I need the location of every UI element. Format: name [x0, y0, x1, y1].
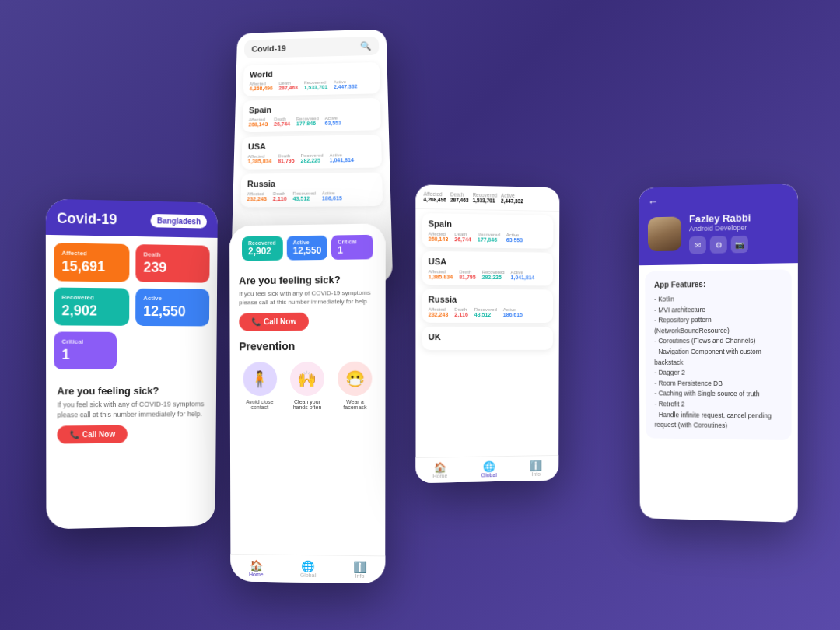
- call-now-button-2[interactable]: 📞 Call Now: [239, 313, 309, 331]
- death-card: Death 239: [135, 244, 209, 283]
- prevention-title: Prevention: [230, 337, 386, 358]
- sick-title-2: Are you feeling sick?: [239, 273, 376, 286]
- death-label: Death: [143, 250, 201, 258]
- stats-pills-container: Recovered 2,902 Active 12,550 Critical 1: [229, 223, 386, 268]
- nav-info-label: Info: [355, 573, 365, 579]
- recovered-label: Recovered: [61, 294, 121, 302]
- nav-home-global[interactable]: 🏠Home: [432, 461, 447, 478]
- nav-global-global[interactable]: 🌐Global: [481, 460, 496, 478]
- avoid-label: Avoid close contact: [240, 399, 279, 410]
- prevention-icons: 🧍 Avoid close contact 🙌 Clean your hands…: [230, 357, 386, 415]
- usa-name: USA: [429, 257, 548, 268]
- nav-home-label: Home: [249, 572, 263, 577]
- spain-name: Spain: [429, 219, 548, 229]
- stats-row: Recovered 2,902 Active 12,550 Critical 1: [236, 230, 380, 266]
- nav-bar-global: 🏠Home 🌐Global ℹ️Info: [415, 455, 558, 483]
- affected-value: 15,691: [61, 258, 121, 275]
- search-icon[interactable]: 🔍: [360, 41, 372, 51]
- critical-value: 1: [61, 347, 109, 363]
- country-name: Russia: [247, 178, 376, 189]
- global-spain-card: Spain Affected268,143 Death26,744 Recove…: [422, 213, 553, 249]
- phone-icon: 📞: [70, 430, 79, 439]
- feature-mvi: - MVI architecture: [654, 304, 782, 316]
- country-card-spain: Spain Affected268,143 Death26,744 Recove…: [243, 98, 381, 132]
- feature-repository: - Repository pattern (NetworkBoundResour…: [654, 315, 782, 337]
- country-name: USA: [248, 140, 376, 151]
- spain-stats: Affected268,143 Death26,744 Recovered177…: [429, 232, 548, 243]
- critical-pill: Critical 1: [331, 235, 373, 260]
- hands-icon: 🙌: [290, 362, 324, 396]
- profile-info: Fazley Rabbi Android Developer ✉ ⚙ 📷: [648, 211, 789, 254]
- country-card-russia: Russia Affected232,243 Death2,116 Recove…: [240, 172, 383, 207]
- active-card: Active 12,550: [135, 289, 209, 327]
- features-section: App Features: - Kotlin - MVI architectur…: [645, 269, 791, 439]
- prevention-mask: 😷 Wear a facemask: [335, 362, 374, 410]
- nav-info-global[interactable]: ℹ️Info: [530, 460, 542, 477]
- recovered-pill-value: 2,902: [248, 246, 277, 257]
- critical-label: Critical: [61, 338, 109, 345]
- feature-navigation: - Navigation Component with custom backs…: [654, 347, 782, 368]
- country-stats: Affected1,385,834 Death81,795 Recovered2…: [247, 152, 375, 164]
- stats-grid: Affected 15,691 Death 239 Recovered 2,90…: [46, 235, 218, 377]
- critical-pill-label: Critical: [338, 239, 366, 245]
- usa-stats: Affected1,385,834 Death81,795 Recovered2…: [429, 269, 548, 280]
- nav-bar: 🏠 Home 🌐 Global ℹ️ Info: [230, 554, 385, 583]
- death-value: 239: [143, 259, 201, 276]
- search-text: Covid-19: [251, 42, 360, 54]
- social-instagram-icon[interactable]: 📷: [731, 236, 748, 254]
- sick-section: Are you feeling sick? If you feel sick w…: [46, 377, 216, 452]
- app-header: Covid-19 Bangladesh: [46, 199, 218, 238]
- prevention-avoid: 🧍 Avoid close contact: [240, 362, 279, 410]
- hands-label: Clean your hands often: [288, 399, 327, 410]
- active-pill-value: 12,550: [292, 245, 321, 257]
- app-title: Covid-19: [57, 210, 117, 228]
- phone-icon-2: 📞: [251, 318, 261, 327]
- profile-phone: ← Fazley Rabbi Android Developer ✉ ⚙ 📷 A…: [639, 184, 798, 523]
- avatar: [648, 216, 681, 251]
- global-phone: Affected4,268,496 Death287,463 Recovered…: [415, 184, 559, 483]
- mask-label: Wear a facemask: [335, 399, 374, 410]
- country-stats: Affected4,268,496 Death287,463 Recovered…: [249, 79, 373, 92]
- affected-card: Affected 15,691: [54, 243, 129, 282]
- back-arrow-icon[interactable]: ←: [648, 192, 789, 208]
- nav-info[interactable]: ℹ️ Info: [353, 561, 366, 579]
- country-card-world: World Affected4,268,496 Death287,463 Rec…: [243, 62, 380, 96]
- social-email-icon[interactable]: ✉: [689, 236, 706, 254]
- social-github-icon[interactable]: ⚙: [710, 236, 727, 254]
- country-stats: Affected232,243 Death2,116 Recovered43,5…: [247, 191, 376, 202]
- sick-text-2: If you feel sick with any of COVID-19 sy…: [239, 289, 376, 307]
- russia-stats: Affected232,243 Death2,116 Recovered43,5…: [429, 307, 548, 317]
- feature-handle: - Handle infinite request, cancel pendin…: [655, 410, 782, 432]
- recovered-card: Recovered 2,902: [54, 288, 129, 326]
- country-badge[interactable]: Bangladesh: [151, 214, 207, 229]
- recovered-pill-label: Recovered: [248, 240, 277, 247]
- sick-section-2: Are you feeling sick? If you feel sick w…: [229, 267, 385, 338]
- home-icon: 🏠: [249, 559, 263, 572]
- active-label: Active: [143, 295, 201, 303]
- global-russia-card: Russia Affected232,243 Death2,116 Recove…: [422, 289, 554, 323]
- country-card-usa: USA Affected1,385,834 Death81,795 Recove…: [241, 135, 382, 170]
- mask-icon: 😷: [338, 362, 372, 396]
- feature-retrofit: - Retrofit 2: [655, 399, 782, 411]
- profile-role: Android Developer: [689, 223, 751, 233]
- profile-name: Fazley Rabbi: [689, 212, 751, 225]
- global-uk-card: UK: [422, 327, 553, 350]
- features-title: App Features:: [654, 278, 782, 292]
- critical-pill-value: 1: [338, 244, 366, 256]
- country-stats: Affected268,143 Death26,744 Recovered177…: [248, 115, 374, 127]
- country-name: World: [250, 68, 373, 79]
- prevention-hands: 🙌 Clean your hands often: [288, 362, 327, 410]
- feature-kotlin: - Kotlin: [654, 293, 782, 305]
- nav-home[interactable]: 🏠 Home: [249, 559, 263, 577]
- search-bar[interactable]: Covid-19 🔍: [244, 37, 380, 58]
- feature-room: - Room Persistence DB: [654, 378, 782, 389]
- call-now-button[interactable]: 📞 Call Now: [57, 425, 128, 444]
- critical-card: Critical 1: [54, 331, 117, 369]
- nav-global[interactable]: 🌐 Global: [300, 560, 316, 578]
- prevention-phone: Recovered 2,902 Active 12,550 Critical 1…: [229, 223, 386, 583]
- feature-dagger: - Dagger 2: [654, 368, 782, 379]
- country-name: Spain: [249, 103, 374, 114]
- sick-text: If you feel sick with any of COVID-19 sy…: [57, 399, 205, 419]
- feature-coroutines: - Coroutines (Flows and Channels): [654, 336, 782, 347]
- global-icon: 🌐: [300, 560, 316, 572]
